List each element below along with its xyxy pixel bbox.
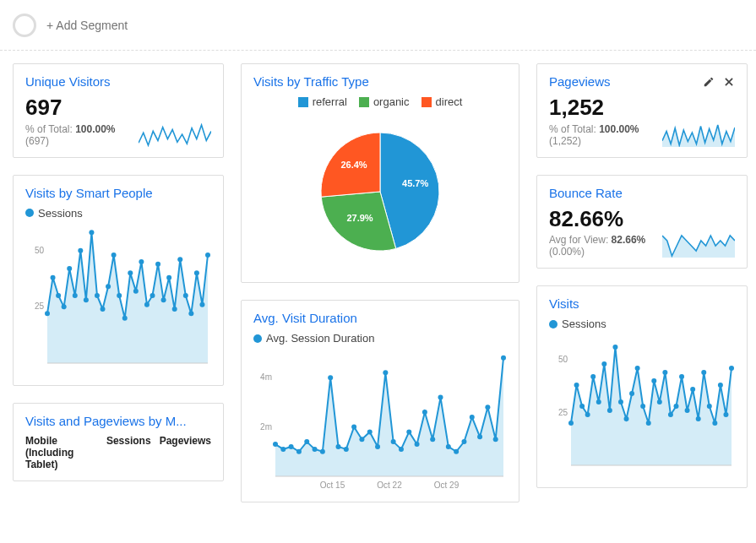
visits-smart-chart: 5025: [25, 223, 211, 375]
svg-point-83: [612, 345, 617, 350]
square-icon: [298, 97, 308, 107]
svg-point-101: [712, 421, 717, 426]
svg-point-60: [415, 442, 420, 447]
svg-point-54: [367, 429, 373, 434]
svg-point-66: [461, 439, 466, 444]
column-2: Visits by Traffic Type referral organic …: [241, 63, 519, 502]
svg-point-85: [624, 416, 629, 421]
topbar: + Add Segment: [0, 0, 756, 51]
svg-point-8: [73, 293, 78, 298]
traffic-type-title[interactable]: Visits by Traffic Type: [253, 74, 369, 89]
svg-point-7: [67, 266, 72, 271]
svg-point-23: [155, 261, 160, 266]
svg-text:Oct 22: Oct 22: [377, 481, 402, 490]
svg-point-97: [690, 387, 695, 392]
visits-legend: Sessions: [549, 318, 606, 330]
svg-point-11: [89, 230, 94, 235]
column-3: Pageviews 1,252 % of Total: 100.00%(1,25…: [536, 63, 748, 488]
svg-point-95: [679, 374, 684, 379]
unique-visitors-value: 697: [25, 95, 132, 120]
dot-icon: [25, 209, 34, 217]
svg-text:Oct 15: Oct 15: [320, 481, 345, 490]
pencil-icon[interactable]: [703, 76, 715, 88]
svg-point-70: [493, 437, 498, 442]
svg-text:50: 50: [35, 245, 45, 254]
svg-point-24: [161, 297, 166, 302]
svg-point-93: [668, 412, 673, 417]
svg-point-90: [651, 378, 656, 383]
pageviews-sparkline: [662, 123, 735, 147]
svg-point-61: [422, 410, 427, 415]
svg-point-104: [729, 366, 734, 371]
svg-point-47: [313, 447, 318, 452]
bounce-rate-subtext: Avg for View: 82.66%(0.00%): [549, 234, 655, 258]
visits-smart-legend: Sessions: [25, 207, 83, 220]
unique-visitors-title[interactable]: Unique Visitors: [25, 74, 111, 89]
svg-text:26.4%: 26.4%: [340, 160, 367, 170]
svg-point-58: [399, 447, 404, 452]
dashboard-grid: Unique Visitors 697 % of Total: 100.00% …: [0, 51, 756, 515]
svg-point-102: [718, 383, 723, 388]
visits-title[interactable]: Visits: [549, 296, 579, 311]
svg-point-32: [205, 252, 210, 258]
svg-point-94: [673, 404, 678, 409]
svg-point-48: [320, 449, 325, 454]
svg-point-92: [662, 370, 667, 375]
svg-point-26: [172, 307, 177, 312]
svg-point-75: [568, 421, 574, 426]
svg-point-5: [56, 293, 61, 298]
traffic-pie-chart: 45.7%27.9%26.4%: [253, 111, 507, 263]
svg-point-21: [144, 301, 150, 307]
svg-point-57: [391, 439, 396, 444]
svg-point-100: [707, 404, 712, 409]
svg-point-6: [62, 304, 67, 309]
svg-point-22: [150, 293, 155, 298]
bounce-rate-title[interactable]: Bounce Rate: [549, 186, 623, 200]
svg-point-88: [640, 404, 645, 409]
widget-traffic-type: Visits by Traffic Type referral organic …: [241, 63, 519, 283]
svg-point-18: [128, 270, 133, 275]
add-segment-button[interactable]: + Add Segment: [46, 19, 128, 32]
svg-point-13: [101, 307, 106, 312]
svg-point-64: [446, 444, 451, 449]
svg-point-78: [585, 412, 590, 417]
svg-point-45: [296, 449, 302, 454]
svg-text:50: 50: [558, 355, 568, 364]
svg-point-71: [501, 356, 506, 361]
svg-point-82: [607, 408, 612, 413]
visits-smart-title[interactable]: Visits by Smart People: [25, 186, 153, 200]
segment-circle-icon: [13, 14, 36, 37]
widget-pageviews: Pageviews 1,252 % of Total: 100.00%(1,25…: [536, 63, 748, 158]
svg-point-98: [696, 416, 701, 421]
svg-point-28: [183, 293, 188, 298]
svg-point-79: [590, 374, 596, 379]
svg-point-84: [618, 399, 623, 405]
pageviews-title[interactable]: Pageviews: [549, 74, 611, 89]
svg-point-67: [470, 415, 475, 420]
legend-organic[interactable]: organic: [359, 95, 410, 108]
close-icon[interactable]: [723, 76, 735, 88]
visits-pageviews-mobile-title[interactable]: Visits and Pageviews by M...: [25, 414, 187, 428]
pageviews-subtext: % of Total: 100.00%(1,252): [549, 123, 655, 147]
avg-duration-title[interactable]: Avg. Visit Duration: [253, 311, 357, 325]
svg-point-63: [438, 395, 443, 400]
widget-avg-duration: Avg. Visit Duration Avg. Session Duratio…: [241, 300, 519, 502]
svg-point-68: [477, 434, 482, 439]
bounce-rate-sparkline: [662, 234, 735, 258]
svg-point-29: [188, 311, 193, 316]
mobile-col-sessions: Sessions: [106, 435, 151, 470]
widget-visits-smart: Visits by Smart People Sessions 5025: [13, 175, 224, 386]
avg-duration-legend: Avg. Session Duration: [253, 332, 374, 345]
svg-point-89: [646, 421, 651, 426]
svg-point-27: [177, 257, 182, 262]
svg-point-65: [454, 449, 459, 454]
svg-point-86: [629, 391, 634, 396]
svg-point-76: [574, 383, 579, 388]
legend-referral[interactable]: referral: [298, 95, 347, 108]
column-1: Unique Visitors 697 % of Total: 100.00% …: [13, 63, 224, 481]
svg-text:45.7%: 45.7%: [402, 178, 428, 188]
mobile-col-device: Mobile (Including Tablet): [25, 435, 98, 470]
svg-point-91: [657, 399, 662, 405]
legend-direct[interactable]: direct: [422, 95, 463, 108]
svg-point-80: [596, 399, 601, 405]
